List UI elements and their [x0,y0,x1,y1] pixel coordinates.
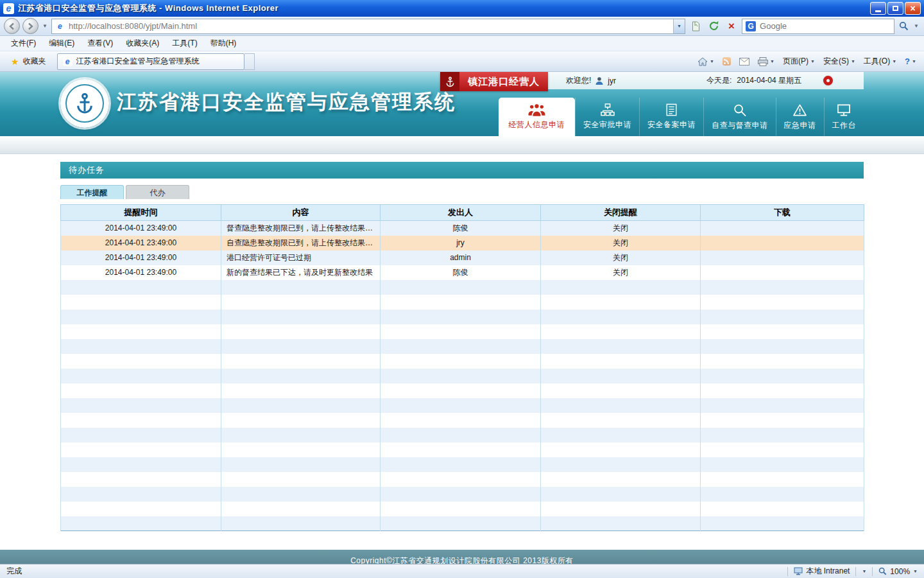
home-button[interactable]: ▼ [697,57,714,66]
table-row[interactable]: 2014-04-01 23:49:00 督查隐患整改期限已到，请上传整改结果… … [61,221,864,236]
close-reminder-link[interactable]: 关闭 [613,223,628,232]
tab-work-reminder[interactable]: 工作提醒 [60,185,124,199]
table-row-empty [61,472,864,487]
search-box[interactable]: G [742,19,894,34]
zoom-dropdown-icon: ▼ [913,569,918,574]
forward-button[interactable] [22,18,38,34]
nav-item-safety-record[interactable]: 安全备案申请 [639,98,703,136]
browser-tab[interactable]: e 江苏省港口安全监管与应急管理系统 [57,53,244,70]
col-header-close: 关闭提醒 [541,205,701,221]
empty-cell [61,280,221,295]
empty-cell [381,472,541,487]
empty-cell [541,487,701,502]
close-button[interactable]: × [905,2,921,15]
nav-item-emergency[interactable]: 应急申请 [776,98,824,136]
table-row[interactable]: 2014-04-01 23:49:00 港口经营许可证号已过期 admin 关闭 [61,250,864,265]
address-dropdown-button[interactable]: ▼ [673,19,685,33]
menu-item-help[interactable]: 帮助(H) [205,36,243,51]
tools-dropdown-icon: ▼ [892,59,896,64]
empty-cell [701,442,864,457]
security-zone-pane[interactable]: 本地 Intranet [794,566,850,577]
empty-cell [221,428,381,442]
maximize-icon [893,6,898,11]
favorites-button[interactable]: ★ 收藏夹 [5,53,52,69]
safety-dropdown-icon: ▼ [851,59,855,64]
logout-button[interactable] [823,76,833,85]
new-tab-stub[interactable] [244,53,255,70]
empty-cell [221,310,381,324]
tab-agency[interactable]: 代办 [126,185,189,199]
menu-item-tools[interactable]: 工具(T) [166,36,203,51]
back-button[interactable] [4,18,20,34]
tools-menu-button[interactable]: 工具(O) ▼ [864,56,896,67]
recent-pages-dropdown[interactable]: ▼ [41,23,49,29]
zoom-control[interactable]: 100% ▼ [878,567,918,576]
empty-cell [61,472,221,487]
empty-cell [701,516,864,531]
status-dropdown-icon: ▼ [862,569,866,574]
url-input[interactable] [69,21,669,31]
empty-cell [61,502,221,516]
empty-cell [221,487,381,502]
search-dropdown-button[interactable]: ▼ [912,23,920,29]
minimize-button[interactable] [870,2,886,15]
cell-close: 关闭 [541,236,701,250]
help-icon: ? [905,57,910,66]
page-favicon-icon: e [55,21,65,31]
menu-item-file[interactable]: 文件(F) [5,36,42,51]
close-reminder-link[interactable]: 关闭 [613,253,628,262]
nav-item-safety-approval[interactable]: 安全审批申请 [575,98,639,136]
close-reminder-link[interactable]: 关闭 [613,238,628,247]
page-menu-button[interactable]: 页面(P) ▼ [783,56,815,67]
cell-download [701,236,864,250]
table-row-selected[interactable]: 2014-04-01 23:49:00 自查隐患整改期限已到，请上传整改结果… … [61,236,864,250]
status-separator [855,567,856,576]
empty-cell [381,295,541,310]
read-mail-button[interactable] [739,58,749,66]
inspection-icon [733,103,747,117]
search-button[interactable] [897,19,910,34]
table-row[interactable]: 2014-04-01 23:49:00 新的督查结果已下达，请及时更新整改结果 … [61,265,864,280]
cell-time: 2014-04-01 23:49:00 [61,265,221,280]
nav-item-inspection[interactable]: 自查与督查申请 [703,98,776,136]
help-button[interactable]: ? ▼ [905,57,916,66]
menu-item-edit[interactable]: 编辑(E) [43,36,80,51]
protected-mode-dropdown[interactable]: ▼ [862,569,866,574]
empty-cell [541,324,701,339]
close-reminder-link[interactable]: 关闭 [613,268,628,277]
address-field[interactable]: e ▼ [51,19,685,34]
nav-item-operator-info[interactable]: 经营人信息申请 [499,98,576,136]
cell-time: 2014-04-01 23:49:00 [61,250,221,265]
empty-cell [61,428,221,442]
table-row-empty [61,339,864,354]
menu-item-favorites[interactable]: 收藏夹(A) [120,36,165,51]
nav-item-workbench[interactable]: 工作台 [824,98,864,136]
page-menu-label: 页面(P) [783,56,809,67]
empty-cell [701,472,864,487]
search-magnifier-icon [899,21,909,31]
empty-cell [61,457,221,472]
table-row-empty [61,369,864,383]
empty-cell [701,369,864,383]
google-logo-icon: G [746,21,756,31]
col-header-content: 内容 [221,205,381,221]
operator-badge-label: 镇江港口经营人 [459,76,548,88]
table-row-empty [61,516,864,531]
mail-icon [739,58,749,66]
minimize-icon [875,10,881,12]
safety-menu-button[interactable]: 安全(S) ▼ [823,56,855,67]
cell-sender: jry [381,236,541,250]
command-toolbar: ▼ ▼ 页面(P) ▼ 安全(S) ▼ 工具(O) ▼ [697,56,919,67]
stop-button[interactable]: × [724,19,739,34]
menu-item-view[interactable]: 查看(V) [81,36,119,51]
feeds-button[interactable] [723,57,731,66]
status-bar: 完成 本地 Intranet ▼ 100% ▼ [0,564,924,578]
compatibility-view-button[interactable] [688,19,703,34]
maximize-button[interactable] [887,2,903,15]
empty-cell [541,383,701,398]
refresh-button[interactable] [706,19,721,34]
print-button[interactable]: ▼ [758,57,774,66]
search-input[interactable] [760,21,891,31]
table-row-empty [61,324,864,339]
nav-label: 应急申请 [784,120,816,131]
